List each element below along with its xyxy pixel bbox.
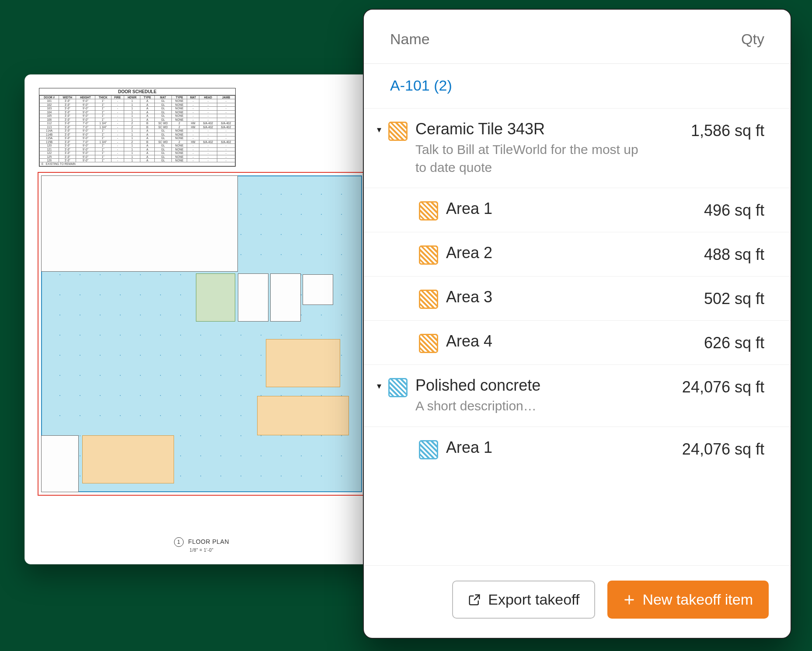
panel-footer: Export takeoff New takeoff item [364, 565, 791, 638]
material-swatch-icon [419, 245, 438, 265]
area-qty: 502 sq ft [704, 288, 764, 308]
caret-down-icon[interactable]: ▾ [373, 120, 386, 135]
plan-footer-scale: 1/8" = 1'-0" [25, 548, 378, 553]
area-title: Area 1 [446, 200, 704, 218]
material-swatch-icon [419, 201, 438, 220]
takeoff-list: ▾Ceramic Tile 343RTalk to Bill at TileWo… [364, 108, 791, 565]
item-description: Talk to Bill at TileWorld for the most u… [415, 141, 643, 176]
takeoff-item-row[interactable]: ▾Ceramic Tile 343RTalk to Bill at TileWo… [364, 108, 791, 188]
sheet-link[interactable]: A-101 (2) [364, 64, 791, 108]
area-title: Area 4 [446, 332, 704, 350]
takeoff-area-row[interactable]: ▾Area 2488 sq ft [364, 232, 791, 276]
export-button-label: Export takeoff [488, 591, 579, 608]
takeoff-area-row[interactable]: ▾Area 4626 sq ft [364, 320, 791, 364]
column-header-name: Name [390, 31, 430, 48]
door-schedule-table: DOOR SCHEDULE DOOR #WIDTHHEIGHTTHICKFIRE… [39, 88, 236, 167]
plan-footer-title: FLOOR PLAN [188, 538, 229, 545]
takeoff-area-row[interactable]: ▾Area 1496 sq ft [364, 188, 791, 232]
plus-icon [623, 594, 635, 606]
item-title: Ceramic Tile 343R [415, 120, 691, 138]
material-swatch-icon [419, 440, 438, 459]
item-qty: 1,586 sq ft [691, 120, 764, 140]
takeoff-area-row[interactable]: ▾Area 124,076 sq ft [364, 427, 791, 471]
material-swatch-icon [419, 290, 438, 309]
takeoff-item-row[interactable]: ▾Polished concreteA short description…24… [364, 364, 791, 427]
takeoff-area-row[interactable]: ▾Area 3502 sq ft [364, 276, 791, 320]
item-title: Polished concrete [415, 376, 682, 395]
column-header-qty: Qty [741, 31, 764, 48]
area-title: Area 3 [446, 288, 704, 306]
new-button-label: New takeoff item [642, 591, 753, 608]
area-qty: 488 sq ft [704, 244, 764, 264]
area-title: Area 1 [446, 438, 682, 457]
floor-plan-card: DOOR SCHEDULE DOOR #WIDTHHEIGHTTHICKFIRE… [24, 74, 379, 564]
item-qty: 24,076 sq ft [682, 376, 764, 396]
item-description: A short description… [415, 397, 643, 415]
floor-plan-drawing [38, 172, 366, 496]
material-swatch-icon [388, 378, 408, 397]
plan-footer-number: 1 [174, 537, 184, 547]
material-swatch-icon [419, 334, 438, 353]
plan-footer: 1 FLOOR PLAN 1/8" = 1'-0" [25, 537, 378, 553]
takeoff-panel: Name Qty A-101 (2) ▾Ceramic Tile 343RTal… [363, 9, 791, 639]
area-title: Area 2 [446, 244, 704, 262]
material-swatch-icon [388, 122, 408, 141]
export-takeoff-button[interactable]: Export takeoff [452, 581, 595, 619]
area-qty: 496 sq ft [704, 200, 764, 220]
new-takeoff-item-button[interactable]: New takeoff item [607, 581, 769, 619]
export-icon [468, 593, 481, 606]
area-qty: 626 sq ft [704, 332, 764, 352]
door-schedule-title: DOOR SCHEDULE [39, 88, 235, 95]
panel-header: Name Qty [364, 10, 791, 63]
area-qty: 24,076 sq ft [682, 438, 764, 458]
caret-down-icon[interactable]: ▾ [373, 376, 386, 391]
